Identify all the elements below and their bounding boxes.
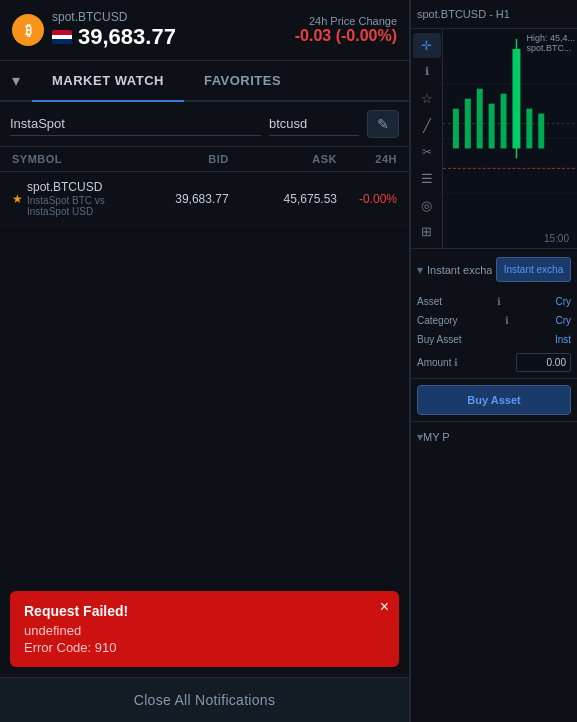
bubble-icon[interactable]: ◎: [413, 193, 441, 218]
table-row[interactable]: ★ spot.BTCUSD InstaSpot BTC vs InstaSpot…: [0, 172, 409, 226]
time-label: 15:00: [540, 228, 573, 246]
symbol-cell: ★ spot.BTCUSD InstaSpot BTC vs InstaSpot…: [12, 180, 120, 217]
search-edit-button[interactable]: ✎: [367, 110, 399, 138]
close-notification-button[interactable]: ×: [380, 599, 389, 615]
svg-rect-5: [453, 109, 459, 149]
col-24h: 24H: [337, 153, 397, 165]
buy-section: Buy Asset: [411, 379, 577, 422]
right-panel: spot.BTCUSD - H1 ✛ ℹ ☆ ╱ ✂ ☰ ◎ ⊞: [410, 0, 577, 722]
layers-icon[interactable]: ☰: [413, 166, 441, 191]
ticker-name: spot.BTCUSD: [52, 10, 176, 24]
asset-row: Asset ℹ Cry: [417, 296, 571, 307]
ticker-header: ₿ spot.BTCUSD 39,683.77 24h Price Change…: [0, 0, 409, 61]
instant-exchange-button[interactable]: Instant excha: [496, 257, 571, 282]
buy-asset-value: Inst: [555, 334, 571, 345]
error-code: Error Code: 910: [24, 640, 385, 655]
left-panel: ₿ spot.BTCUSD 39,683.77 24h Price Change…: [0, 0, 410, 722]
asset-value: Cry: [555, 296, 571, 307]
market-table: SYMBOL BID ASK 24H ★ spot.BTCUSD InstaSp…: [0, 147, 409, 226]
chart-title: spot.BTCUSD - H1: [417, 8, 510, 20]
chart-toolbar: ✛ ℹ ☆ ╱ ✂ ☰ ◎ ⊞: [411, 29, 443, 248]
ticker-right: 24h Price Change -0.03 (-0.00%): [295, 15, 397, 45]
asset-info-icon: ℹ: [497, 296, 501, 307]
chart-price-label: High: 45,4... spot.BTC...: [526, 33, 575, 53]
svg-rect-13: [538, 114, 544, 149]
chart-area-wrapper: ✛ ℹ ☆ ╱ ✂ ☰ ◎ ⊞: [411, 29, 577, 249]
buy-asset-row: Buy Asset Inst: [417, 334, 571, 345]
flag-icon: [52, 30, 72, 44]
ticker-price: 39,683.77: [78, 24, 176, 50]
search-main-input[interactable]: [10, 112, 261, 136]
category-row: Category ℹ Cry: [417, 315, 571, 326]
asset-label: Asset: [417, 296, 442, 307]
nav-dropdown[interactable]: ▾: [0, 61, 32, 100]
col-symbol: SYMBOL: [12, 153, 120, 165]
exchange-chevron-icon: ▾: [417, 263, 423, 277]
category-value: Cry: [555, 315, 571, 326]
amount-info-icon: ℹ: [454, 357, 458, 368]
symbol-desc: InstaSpot BTC vs InstaSpot USD: [27, 195, 120, 217]
price-change-value: -0.03 (-0.00%): [295, 27, 397, 45]
search-bar: ✎: [0, 102, 409, 147]
svg-rect-9: [501, 94, 507, 149]
crosshair-icon[interactable]: ✛: [413, 33, 441, 58]
category-info-icon: ℹ: [505, 315, 509, 326]
category-label: Category: [417, 315, 458, 326]
buy-asset-label: Buy Asset: [417, 334, 461, 345]
buy-asset-button[interactable]: Buy Asset: [417, 385, 571, 415]
ticker-name-block: spot.BTCUSD 39,683.77: [52, 10, 176, 50]
ask-value: 45,675.53: [229, 192, 337, 206]
exchange-header-label: Instant excha: [427, 264, 492, 276]
change-value: -0.00%: [337, 192, 397, 206]
bid-value: 39,683.77: [120, 192, 228, 206]
myp-section[interactable]: ▾ MY P: [411, 422, 577, 452]
exchange-header[interactable]: ▾ Instant excha Instant excha: [411, 249, 577, 290]
search-symbol-input[interactable]: [269, 112, 359, 136]
amount-input[interactable]: [516, 353, 571, 372]
tab-favorites[interactable]: FAVORITES: [184, 61, 301, 100]
error-notification: Request Failed! undefined Error Code: 91…: [10, 591, 399, 667]
info-chart-icon[interactable]: ℹ: [413, 60, 441, 85]
ticker-left: ₿ spot.BTCUSD 39,683.77: [12, 10, 176, 50]
error-subtitle: undefined: [24, 623, 385, 638]
tab-market-watch[interactable]: MARKET WATCH: [32, 61, 184, 102]
svg-rect-7: [477, 89, 483, 149]
star-chart-icon[interactable]: ☆: [413, 86, 441, 111]
line-tool-icon[interactable]: ╱: [413, 113, 441, 138]
myp-label: MY P: [423, 431, 571, 443]
col-ask: ASK: [229, 153, 337, 165]
table-header: SYMBOL BID ASK 24H: [0, 147, 409, 172]
symbol-name: spot.BTCUSD: [27, 180, 120, 194]
price-change-label: 24h Price Change: [309, 15, 397, 27]
table-spacer: [0, 226, 409, 581]
amount-label: Amount ℹ: [417, 357, 458, 368]
star-icon[interactable]: ★: [12, 192, 23, 206]
coin-icon: ₿: [12, 14, 44, 46]
notification-area: Request Failed! undefined Error Code: 91…: [0, 581, 409, 677]
exchange-section: ▾ Instant excha Instant excha Asset ℹ Cr…: [411, 249, 577, 379]
scissors-icon[interactable]: ✂: [413, 140, 441, 165]
svg-rect-12: [526, 109, 532, 149]
amount-row: Amount ℹ: [417, 353, 571, 372]
exchange-fields: Asset ℹ Cry Category ℹ Cry Buy Asset Ins…: [411, 290, 577, 378]
nav-tabs: ▾ MARKET WATCH FAVORITES: [0, 61, 409, 102]
close-all-notifications-button[interactable]: Close All Notifications: [0, 677, 409, 722]
grid-icon[interactable]: ⊞: [413, 219, 441, 244]
col-bid: BID: [120, 153, 228, 165]
svg-rect-8: [489, 104, 495, 149]
error-title: Request Failed!: [24, 603, 385, 619]
chart-area: High: 45,4... spot.BTC... 15:00: [443, 29, 577, 248]
chart-header: spot.BTCUSD - H1: [411, 0, 577, 29]
